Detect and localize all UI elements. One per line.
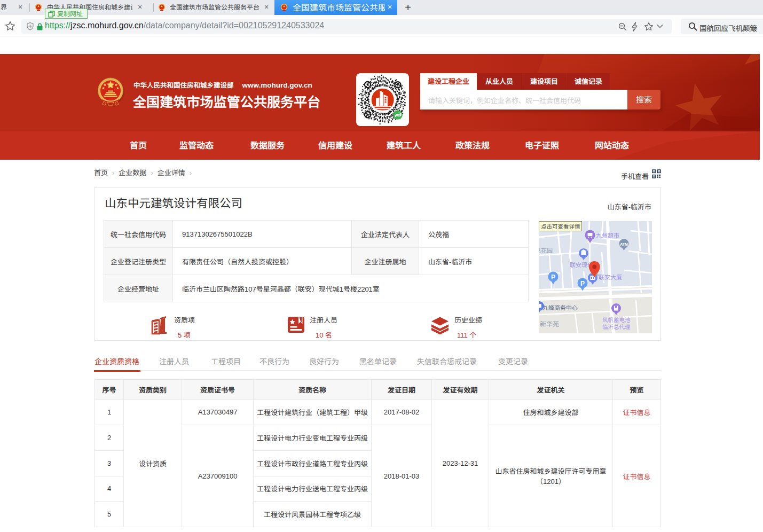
- svg-text:ATM: ATM: [620, 242, 628, 246]
- svg-text:临沂总代理: 临沂总代理: [602, 324, 631, 330]
- svg-text:联安大厦: 联安大厦: [599, 274, 622, 280]
- svg-text:九州超市: 九州超市: [596, 232, 619, 239]
- svg-text:P: P: [580, 280, 585, 287]
- svg-text:风帆蓄电池: 风帆蓄电池: [602, 317, 631, 323]
- svg-text:P: P: [551, 273, 555, 281]
- svg-text:己花园: 己花园: [539, 247, 553, 254]
- svg-text:点击可查看详情: 点击可查看详情: [541, 223, 580, 230]
- svg-text:新华苑: 新华苑: [540, 320, 559, 328]
- svg-text:九峰商务中心: 九峰商务中心: [542, 304, 578, 311]
